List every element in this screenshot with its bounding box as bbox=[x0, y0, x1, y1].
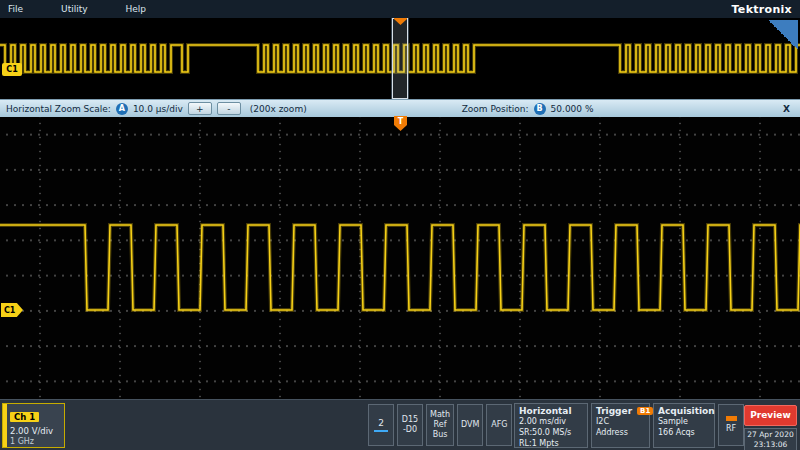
record-length: RL:1 Mpts bbox=[519, 439, 583, 450]
zoom-position-label: Zoom Position: bbox=[462, 104, 529, 114]
acquisition-count: 166 Acqs bbox=[658, 428, 710, 439]
trigger-settings-panel[interactable]: Trigger B1 I2C Address bbox=[591, 403, 650, 448]
rf-button[interactable]: RF bbox=[718, 404, 744, 446]
knob-a-badge: A bbox=[116, 103, 128, 115]
status-bar: Ch 1 2.00 V/div 1 GHz 2 D15 -D0 Math Ref… bbox=[0, 399, 800, 450]
date-label: 27 Apr 2020 bbox=[745, 430, 796, 441]
menu-utility[interactable]: Utility bbox=[61, 4, 87, 14]
main-waveform-display: T C1 bbox=[0, 117, 800, 399]
channel1-bandwidth: 1 GHz bbox=[10, 437, 62, 446]
channel1-scale: 2.00 V/div bbox=[10, 426, 62, 436]
channel2-button[interactable]: 2 bbox=[368, 404, 394, 446]
knob-b-badge: B bbox=[534, 103, 546, 115]
menu: File Utility Help bbox=[8, 4, 146, 14]
zoom-scale-label: Horizontal Zoom Scale: bbox=[6, 104, 111, 114]
sample-rate: SR:50.0 MS/s bbox=[519, 428, 583, 439]
source-buttons: 2 D15 -D0 Math Ref Bus DVM AFG bbox=[368, 404, 512, 446]
channel2-label: 2 bbox=[374, 418, 388, 431]
digital-label-line1: D15 bbox=[402, 415, 418, 425]
zoom-in-button[interactable]: + bbox=[188, 102, 212, 115]
zoom-window-selector[interactable] bbox=[392, 18, 408, 99]
channel1-panel[interactable]: Ch 1 2.00 V/div 1 GHz bbox=[2, 403, 65, 448]
math-ref-bus-button[interactable]: Math Ref Bus bbox=[426, 404, 454, 446]
channel1-color-stripe bbox=[3, 404, 7, 447]
menu-help[interactable]: Help bbox=[126, 4, 147, 14]
acquisition-panel[interactable]: Acquisition Sample 166 Acqs bbox=[653, 403, 715, 448]
horizontal-zoom-bar: Horizontal Zoom Scale: A 10.0 µs/div + -… bbox=[0, 99, 800, 117]
digital-label-line2: -D0 bbox=[403, 425, 417, 435]
zoom-mode-corner[interactable] bbox=[768, 20, 798, 50]
zoom-scale-value[interactable]: 10.0 µs/div bbox=[133, 104, 183, 114]
ref-label: Ref bbox=[434, 420, 447, 430]
bus-label: Bus bbox=[433, 430, 448, 440]
main-waveform bbox=[0, 225, 800, 310]
rf-indicator bbox=[726, 416, 737, 421]
close-zoom-icon[interactable]: X bbox=[783, 104, 794, 114]
dvm-label: DVM bbox=[461, 420, 479, 430]
afg-label: AFG bbox=[491, 420, 507, 430]
trigger-title-row: Trigger B1 bbox=[596, 406, 645, 416]
zoom-out-button[interactable]: - bbox=[217, 102, 241, 115]
trigger-title: Trigger bbox=[596, 406, 632, 416]
preview-button[interactable]: Preview bbox=[744, 405, 797, 426]
bus1-badge: B1 bbox=[637, 407, 653, 415]
digital-channels-button[interactable]: D15 -D0 bbox=[397, 404, 423, 446]
trigger-type: I2C bbox=[596, 417, 645, 428]
menu-file[interactable]: File bbox=[8, 4, 23, 14]
afg-button[interactable]: AFG bbox=[486, 404, 512, 446]
preview-datetime-column: Preview 27 Apr 2020 23:13:06 bbox=[744, 403, 797, 450]
horizontal-settings-panel[interactable]: Horizontal 2.00 ms/div SR:50.0 MS/s RL:1… bbox=[514, 403, 588, 448]
datetime-panel: 27 Apr 2020 23:13:06 bbox=[744, 428, 797, 450]
zoom-factor-label: (200x zoom) bbox=[250, 104, 307, 114]
trigger-condition: Address bbox=[596, 428, 645, 439]
math-label: Math bbox=[430, 410, 450, 420]
dvm-button[interactable]: DVM bbox=[457, 404, 483, 446]
overview-record-view: T C1 bbox=[0, 18, 800, 99]
channel1-badge-overview[interactable]: C1 bbox=[2, 63, 22, 76]
main-waveform-svg bbox=[0, 117, 800, 399]
acquisition-title: Acquisition bbox=[658, 406, 710, 416]
tektronix-logo: Tektronix bbox=[732, 3, 792, 16]
channel1-label: Ch 1 bbox=[10, 412, 39, 422]
rf-label: RF bbox=[726, 424, 736, 434]
oscilloscope-ui: File Utility Help Tektronix T C1 Horizon… bbox=[0, 0, 800, 450]
menu-bar: File Utility Help Tektronix bbox=[0, 0, 800, 18]
horizontal-scale: 2.00 ms/div bbox=[519, 417, 583, 428]
magnifier-icon bbox=[768, 20, 800, 101]
horizontal-title: Horizontal bbox=[519, 406, 583, 416]
main-waveform-glow bbox=[0, 225, 800, 310]
zoom-position-value[interactable]: 50.000 % bbox=[551, 104, 594, 114]
time-label: 23:13:06 bbox=[745, 440, 796, 450]
acquisition-mode: Sample bbox=[658, 417, 710, 428]
